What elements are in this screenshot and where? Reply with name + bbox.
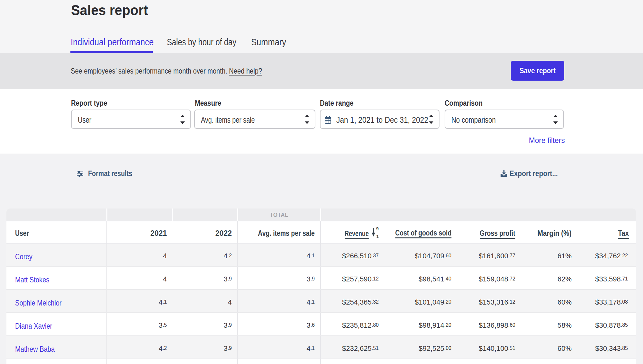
svg-text:9: 9 bbox=[376, 226, 379, 231]
svg-text:1: 1 bbox=[376, 234, 379, 238]
